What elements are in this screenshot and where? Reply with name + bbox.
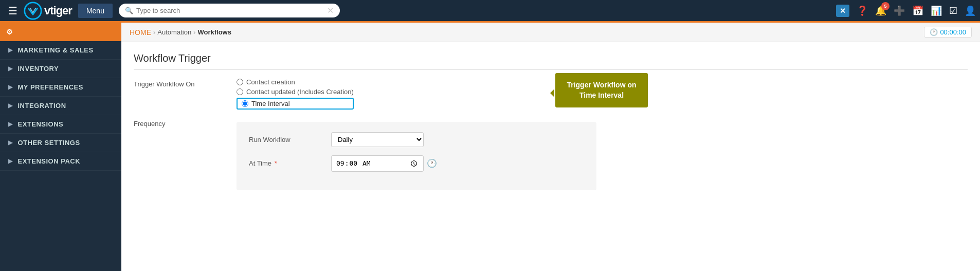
clock-icon: 🕐	[930, 28, 938, 36]
top-navigation: ☰ vtiger Menu 🔍 ✕ ✕ ❓ 🔔 5 ➕ 📅 📊 ☑ 👤	[0, 0, 980, 23]
radio-contact-updated[interactable]	[237, 88, 243, 95]
tooltip-callout: Trigger Workflow on Time Interval	[555, 73, 648, 107]
option-label: Contact updated (Includes Creation)	[246, 88, 354, 96]
run-workflow-select[interactable]: Daily Weekly Monthly Hourly	[331, 132, 424, 147]
search-icon: 🔍	[125, 7, 133, 14]
frequency-label: Frequency	[134, 118, 237, 128]
trigger-label: Trigger Workflow On	[134, 78, 237, 88]
sidebar-item-my-preferences[interactable]: ▶ MY PREFERENCES	[0, 78, 121, 97]
sidebar-settings-item[interactable]: ⚙	[0, 23, 121, 41]
trigger-workflow-row: Trigger Workflow On Contact creation Con…	[134, 78, 968, 110]
at-time-label: At Time *	[249, 159, 331, 167]
logo-text: vtiger	[44, 4, 72, 17]
help-icon[interactable]: ❓	[857, 5, 868, 16]
chevron-right-icon: ▶	[8, 84, 13, 91]
sidebar-item-extensions[interactable]: ▶ EXTENSIONS	[0, 115, 121, 134]
frequency-row: Frequency Run Workflow Daily Weekly Mont…	[134, 118, 968, 190]
sidebar-item-inventory[interactable]: ▶ INVENTORY	[0, 60, 121, 78]
add-icon[interactable]: ➕	[894, 5, 905, 16]
page-title: Workflow Trigger	[134, 52, 968, 70]
notification-badge: 5	[881, 2, 890, 10]
sidebar-label: EXTENSION PACK	[18, 157, 81, 165]
nav-icons: ✕ ❓ 🔔 5 ➕ 📅 📊 ☑ 👤	[836, 5, 976, 17]
breadcrumb-automation[interactable]: Automation	[157, 28, 191, 36]
search-input[interactable]	[136, 7, 327, 14]
user-icon[interactable]: 👤	[965, 5, 976, 16]
chevron-right-icon: ▶	[8, 158, 13, 165]
at-time-row: At Time * 🕐	[249, 155, 584, 172]
task-icon[interactable]: ☑	[949, 5, 957, 16]
option-label: Contact creation	[246, 78, 295, 86]
menu-button[interactable]: Menu	[78, 4, 113, 18]
time-clock-icon: 🕐	[427, 158, 437, 168]
search-clear-icon[interactable]: ✕	[327, 6, 334, 15]
breadcrumb-sep2: ›	[193, 28, 195, 36]
breadcrumb-sep: ›	[153, 28, 155, 36]
breadcrumb-bar: HOME › Automation › Workflows 🕐 00:00:00	[121, 23, 980, 42]
notifications-icon[interactable]: 🔔 5	[875, 5, 886, 16]
option-label: Time Interval	[251, 100, 290, 107]
hamburger-button[interactable]: ☰	[4, 3, 22, 19]
page-body: Workflow Trigger Trigger Workflow On Con…	[121, 42, 980, 271]
main-content: HOME › Automation › Workflows 🕐 00:00:00…	[121, 23, 980, 271]
sidebar-item-marketing-sales[interactable]: ▶ MARKETING & SALES	[0, 41, 121, 60]
sidebar-label: OTHER SETTINGS	[18, 139, 80, 147]
search-bar: 🔍 ✕	[119, 4, 340, 17]
sidebar-label: EXTENSIONS	[18, 120, 64, 128]
breadcrumb-current: Workflows	[197, 28, 231, 36]
chevron-right-icon: ▶	[8, 121, 13, 128]
run-workflow-row: Run Workflow Daily Weekly Monthly Hourly	[249, 132, 584, 147]
chevron-right-icon: ▶	[8, 139, 13, 146]
breadcrumb: HOME › Automation › Workflows	[130, 28, 231, 37]
sidebar-label: INVENTORY	[18, 65, 59, 73]
radio-contact-creation[interactable]	[237, 79, 243, 85]
sidebar: ⚙ ▶ MARKETING & SALES ▶ INVENTORY ▶ MY P…	[0, 23, 121, 271]
trigger-options: Contact creation Contact updated (Includ…	[237, 78, 354, 110]
run-workflow-label: Run Workflow	[249, 136, 331, 143]
at-time-input[interactable]	[331, 155, 424, 172]
chevron-right-icon: ▶	[8, 65, 13, 72]
logo: vtiger	[24, 2, 72, 20]
sidebar-item-integration[interactable]: ▶ INTEGRATION	[0, 97, 121, 115]
exchange-icon[interactable]: ✕	[836, 5, 849, 17]
required-indicator: *	[275, 159, 277, 167]
sidebar-label: MARKETING & SALES	[18, 46, 94, 54]
frequency-section: Run Workflow Daily Weekly Monthly Hourly…	[237, 122, 596, 190]
sidebar-label: MY PREFERENCES	[18, 83, 83, 91]
vtiger-logo-icon	[24, 2, 42, 20]
sidebar-item-other-settings[interactable]: ▶ OTHER SETTINGS	[0, 134, 121, 152]
calendar-icon[interactable]: 📅	[912, 5, 923, 16]
settings-gear-icon: ⚙	[6, 28, 13, 36]
tooltip-text: Trigger Workflow on Time Interval	[567, 81, 636, 99]
timer-display: 🕐 00:00:00	[924, 27, 972, 38]
chevron-right-icon: ▶	[8, 47, 13, 53]
option-contact-updated[interactable]: Contact updated (Includes Creation)	[237, 88, 354, 96]
radio-time-interval[interactable]	[242, 100, 248, 107]
sidebar-label: INTEGRATION	[18, 102, 66, 110]
chart-icon[interactable]: 📊	[931, 5, 942, 16]
option-time-interval[interactable]: Time Interval	[237, 98, 354, 110]
option-contact-creation[interactable]: Contact creation	[237, 78, 354, 86]
chevron-right-icon: ▶	[8, 102, 13, 109]
main-layout: ⚙ ▶ MARKETING & SALES ▶ INVENTORY ▶ MY P…	[0, 23, 980, 271]
breadcrumb-home: HOME	[130, 28, 151, 37]
time-value: 00:00:00	[940, 28, 966, 36]
svg-point-0	[25, 2, 41, 19]
sidebar-item-extension-pack[interactable]: ▶ EXTENSION PACK	[0, 152, 121, 171]
